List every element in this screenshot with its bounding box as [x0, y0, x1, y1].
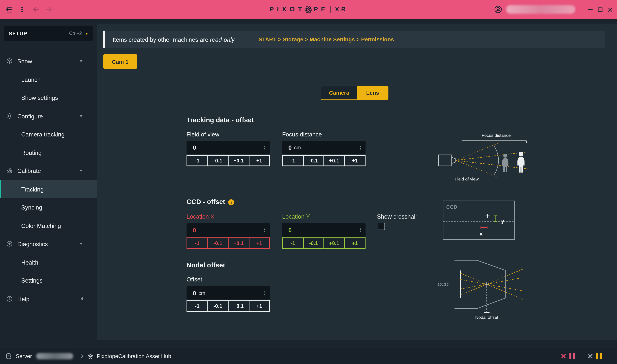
fov-plus-0p1-button[interactable]: +0.1	[228, 155, 249, 166]
sidebar-item-label: Syncing	[21, 204, 42, 210]
focus-minus-0p1-button[interactable]: -0.1	[303, 155, 324, 166]
y-minus-0p1-button[interactable]: -0.1	[303, 237, 324, 249]
fov-minus-0p1-button[interactable]: -0.1	[207, 155, 229, 166]
sidebar-item-help[interactable]: ? Help	[0, 290, 97, 308]
main-content: Items created by other machines are read…	[97, 19, 617, 348]
sidebar-item-color-matching[interactable]: Color Matching	[0, 217, 97, 234]
info-icon[interactable]: i	[228, 199, 234, 205]
sidebar-item-show[interactable]: Show	[0, 52, 97, 70]
close-gray-icon[interactable]	[587, 353, 593, 359]
focus-distance-input[interactable]: 0 cm ▲▼	[282, 141, 366, 154]
focus-stepper-group: -1 -0.1 +0.1 +1	[282, 155, 366, 166]
nodal-minus-0p1-button[interactable]: -0.1	[207, 300, 229, 312]
chevron-right-icon	[79, 353, 85, 359]
nodal-offset-input[interactable]: 0 cm ▲▼	[187, 286, 270, 299]
fov-minus-1-button[interactable]: -1	[187, 155, 208, 166]
user-account-icon[interactable]	[493, 0, 504, 19]
location-x-input[interactable]: 0 ▲▼	[187, 223, 270, 237]
fov-plus-1-button[interactable]: +1	[248, 155, 270, 166]
sidebar-item-label: Settings	[21, 277, 42, 284]
tab-lens[interactable]: Lens	[357, 86, 388, 99]
svg-text:Focus distance: Focus distance	[482, 133, 511, 138]
focus-minus-1-button[interactable]: -1	[282, 155, 303, 166]
sidebar-item-show-settings[interactable]: Show settings	[0, 89, 97, 106]
spinner-arrows-icon[interactable]: ▲▼	[263, 227, 266, 233]
fov-value: 0	[193, 144, 196, 151]
focus-distance-unit: cm	[294, 144, 301, 150]
nodal-offset-label: Offset	[187, 276, 202, 283]
sidebar-item-camera-tracking[interactable]: Camera tracking	[0, 125, 97, 143]
spinner-arrows-icon[interactable]: ▲▼	[359, 145, 361, 150]
chevron-down-icon	[79, 60, 83, 62]
ccd-offset-title: CCD - offset	[187, 198, 225, 206]
user-account-redacted[interactable]	[506, 5, 576, 14]
cam-1-button[interactable]: Cam 1	[103, 54, 137, 69]
sidebar-item-label: Calibrate	[17, 167, 41, 174]
sidebar-item-label: Show	[17, 57, 32, 64]
sidebar-item-settings[interactable]: Settings	[0, 271, 97, 289]
nodal-diagram: CCD Nodal offset	[437, 255, 527, 323]
location-y-stepper-group: -1 -0.1 +0.1 +1	[282, 237, 366, 249]
focus-plus-0p1-button[interactable]: +0.1	[324, 155, 345, 166]
content-panel	[97, 24, 617, 339]
nodal-plus-0p1-button[interactable]: +0.1	[228, 300, 249, 312]
x-minus-0p1-button[interactable]: -0.1	[207, 237, 229, 249]
sidebar-item-health[interactable]: Health	[0, 253, 97, 271]
pause-red-icon[interactable]	[569, 353, 575, 359]
statusbar: Server PixotopeCalibration Asset Hub	[0, 348, 617, 364]
y-plus-0p1-button[interactable]: +0.1	[324, 237, 345, 249]
setup-mode-selector[interactable]: SETUP Ctrl+2	[4, 26, 93, 41]
chevron-down-icon	[85, 32, 88, 34]
focus-distance-label: Focus distance	[282, 131, 322, 138]
x-minus-1-button[interactable]: -1	[187, 237, 208, 249]
nodal-offset-title: Nodal offset	[187, 261, 225, 269]
sidebar-item-label: Configure	[17, 113, 43, 119]
sidebar-item-configure[interactable]: Configure	[0, 107, 97, 125]
pause-yellow-icon[interactable]	[596, 353, 602, 359]
sidebar-item-syncing[interactable]: Syncing	[0, 198, 97, 216]
maximize-button[interactable]	[595, 0, 606, 19]
sidebar-item-label: Color Matching	[21, 222, 61, 229]
chevron-down-icon	[79, 243, 83, 245]
nodal-plus-1-button[interactable]: +1	[248, 300, 270, 312]
sidebar-item-diagnostics[interactable]: Diagnostics	[0, 235, 97, 253]
spinner-arrows-icon[interactable]: ▲▼	[263, 290, 266, 296]
sidebar-item-launch[interactable]: Launch	[0, 70, 97, 89]
sidebar-item-label: Camera tracking	[21, 131, 65, 137]
breadcrumb[interactable]: START > Storage > Machine Settings > Per…	[259, 36, 394, 42]
server-name-redacted[interactable]	[36, 353, 73, 359]
sidebar-item-tracking[interactable]: Tracking	[0, 180, 97, 198]
sidebar-item-label: Health	[21, 259, 38, 265]
focus-plus-1-button[interactable]: +1	[344, 155, 366, 166]
notice-accent-bar	[103, 31, 105, 48]
svg-text:CCD: CCD	[446, 204, 457, 210]
spinner-arrows-icon[interactable]: ▲▼	[359, 227, 361, 233]
fov-diagram: Focus distance Field of view	[435, 132, 534, 185]
show-crosshair-label: Show crosshair	[377, 213, 417, 220]
logo-text-rest: PE	[314, 5, 329, 13]
minimize-button[interactable]	[585, 0, 596, 19]
x-plus-1-button[interactable]: +1	[248, 237, 270, 249]
location-x-stepper-group: -1 -0.1 +0.1 +1	[187, 237, 270, 249]
sidebar-item-calibrate[interactable]: Calibrate	[0, 161, 97, 180]
sidebar-item-routing[interactable]: Routing	[0, 143, 97, 161]
location-x-value: 0	[193, 227, 196, 233]
tab-camera[interactable]: Camera	[321, 86, 357, 99]
x-plus-0p1-button[interactable]: +0.1	[228, 237, 249, 249]
asset-hub-label[interactable]: PixotopeCalibration Asset Hub	[97, 353, 171, 359]
close-red-icon[interactable]	[560, 353, 567, 359]
spinner-arrows-icon[interactable]: ▲▼	[263, 145, 266, 150]
fov-input[interactable]: 0 ° ▲▼	[187, 141, 270, 154]
sidebar-item-label: Help	[17, 296, 29, 302]
show-crosshair-checkbox[interactable]	[378, 223, 385, 230]
atom-icon	[304, 5, 312, 14]
close-button[interactable]	[604, 0, 616, 19]
fov-stepper-group: -1 -0.1 +0.1 +1	[187, 155, 270, 166]
y-plus-1-button[interactable]: +1	[344, 237, 366, 249]
y-minus-1-button[interactable]: -1	[282, 237, 303, 249]
fov-label: Field of view	[187, 131, 219, 138]
nodal-offset-value: 0	[193, 290, 196, 296]
nodal-minus-1-button[interactable]: -1	[187, 300, 208, 312]
location-y-value: 0	[288, 227, 292, 233]
location-y-input[interactable]: 0 ▲▼	[282, 223, 366, 237]
